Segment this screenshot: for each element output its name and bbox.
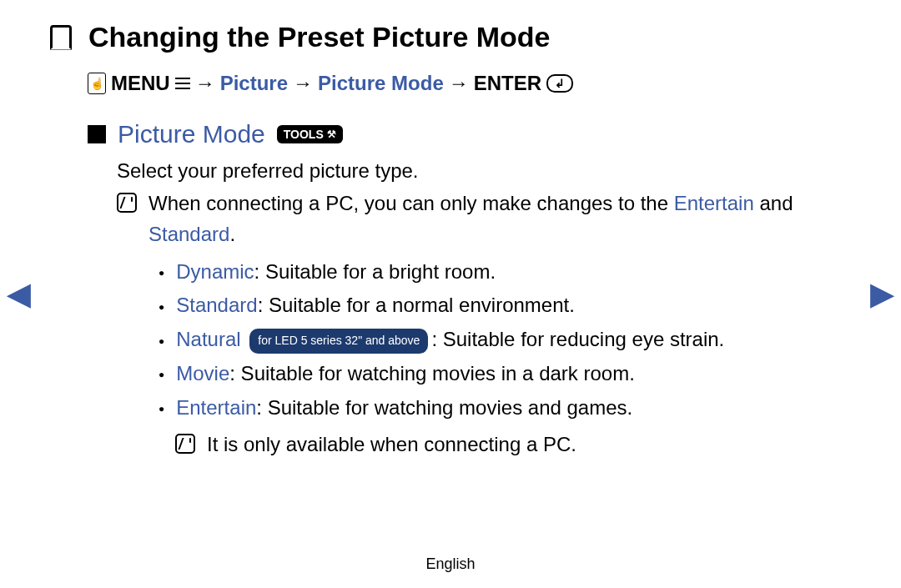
path-step-picture-mode: Picture Mode (318, 72, 444, 95)
path-step-picture: Picture (220, 72, 288, 95)
menu-path: MENU → Picture → Picture Mode → ENTER (88, 72, 851, 95)
option-standard: Standard: Suitable for a normal environm… (159, 289, 851, 323)
option-desc: : Suitable for reducing eye strain. (431, 328, 724, 350)
option-desc: : Suitable for a normal environment. (258, 294, 575, 316)
title-row: Changing the Preset Picture Mode (50, 21, 851, 53)
note-suffix: . (229, 223, 235, 245)
option-label: Movie (176, 362, 229, 384)
page-content: Changing the Preset Picture Mode MENU → … (0, 0, 901, 460)
arrow-icon: → (195, 72, 215, 95)
model-pill: for LED 5 series 32" and above (249, 329, 428, 354)
footer-language: English (0, 555, 901, 573)
option-natural: Natural for LED 5 series 32" and above: … (159, 323, 851, 357)
square-bullet-icon (88, 125, 106, 143)
note-and: and (754, 192, 793, 214)
option-label: Entertain (176, 396, 256, 419)
tools-badge: TOOLS⚒ (277, 125, 343, 143)
arrow-icon: → (449, 72, 469, 95)
prev-page-arrow[interactable]: ▶ (7, 275, 31, 312)
arrow-icon: → (293, 72, 313, 95)
options-list: Dynamic: Suitable for a bright room. Sta… (159, 255, 851, 425)
option-desc: : Suitable for watching movies in a dark… (229, 362, 635, 384)
tools-label: TOOLS (284, 128, 324, 141)
option-label: Standard (176, 294, 257, 316)
option-movie: Movie: Suitable for watching movies in a… (159, 357, 851, 391)
note-prefix: When connecting a PC, you can only make … (148, 192, 674, 214)
sub-note-row: It is only available when connecting a P… (175, 429, 851, 460)
next-page-arrow[interactable]: ▶ (870, 275, 894, 312)
note-link-entertain: Entertain (674, 192, 754, 214)
section-intro: Select your preferred picture type. (117, 155, 851, 186)
note-icon (117, 193, 137, 213)
sub-note-text: It is only available when connecting a P… (207, 429, 576, 460)
note-row: When connecting a PC, you can only make … (117, 188, 851, 249)
note-icon (175, 434, 195, 454)
page-title: Changing the Preset Picture Mode (88, 21, 551, 53)
option-desc: : Suitable for a bright room. (254, 260, 496, 283)
option-dynamic: Dynamic: Suitable for a bright room. (159, 255, 851, 289)
bookmark-icon (50, 25, 72, 50)
option-entertain: Entertain: Suitable for watching movies … (159, 391, 851, 425)
section-heading-row: Picture Mode TOOLS⚒ (88, 120, 851, 148)
enter-label: ENTER (474, 72, 541, 95)
option-label: Dynamic (176, 260, 254, 283)
tools-icon: ⚒ (327, 128, 336, 140)
enter-icon (546, 74, 573, 93)
note-link-standard: Standard (148, 223, 229, 245)
option-desc: : Suitable for watching movies and games… (256, 396, 632, 419)
option-label: Natural (176, 328, 240, 350)
hand-icon (88, 73, 106, 94)
note-text: When connecting a PC, you can only make … (148, 188, 851, 249)
section-heading: Picture Mode (118, 120, 265, 148)
menu-bars-icon (175, 78, 190, 89)
menu-label: MENU (111, 72, 170, 95)
